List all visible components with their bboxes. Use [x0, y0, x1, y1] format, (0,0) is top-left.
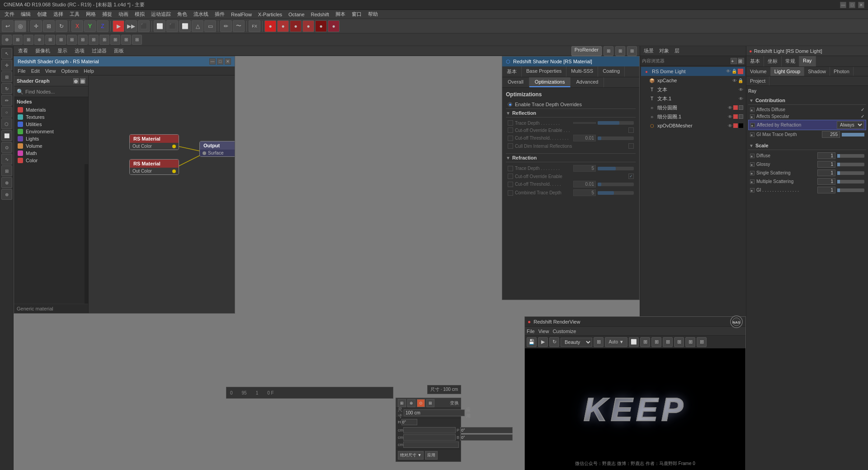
menu-select[interactable]: 选择 — [51, 10, 66, 19]
vt-options[interactable]: 选项 — [73, 47, 86, 54]
menu-mesh[interactable]: 网格 — [83, 10, 99, 19]
scene-item-circle1[interactable]: ○ 细分圆圈.1 👁 — [646, 112, 745, 121]
tb2-world[interactable]: ⊞ — [45, 35, 55, 45]
lt-tab-ray[interactable]: Ray — [799, 56, 816, 66]
ne-close[interactable]: ✕ — [225, 58, 231, 65]
menu-plugin[interactable]: 插件 — [212, 10, 227, 19]
diffuse-slider[interactable] — [837, 154, 864, 158]
scene-item-rs-dome-light[interactable]: ● RS Dome Light 👁 🔒 — [641, 67, 745, 76]
transform-btn2[interactable]: ⊕ — [407, 399, 415, 407]
scene-item-text[interactable]: T 文本 👁 — [646, 85, 745, 94]
tb2-axis[interactable]: ⊕ — [34, 35, 44, 45]
rs-material-node-1[interactable]: RS Material Out Color — [129, 134, 179, 150]
vt-panel[interactable]: 面板 — [112, 47, 126, 54]
rs-tb-extra1[interactable]: ⊞ — [594, 337, 604, 347]
menu-sim[interactable]: 模拟 — [132, 10, 147, 19]
menu-file[interactable]: 文件 — [2, 10, 17, 19]
sidebar-extra1[interactable]: ⊕ — [1, 177, 12, 188]
find-nodes-container[interactable]: 🔍 Find Nodes... — [14, 86, 88, 97]
sidebar-twist[interactable]: ∿ — [1, 154, 12, 164]
minimize-button[interactable]: — — [840, 2, 846, 8]
ctr-value[interactable]: 5 — [573, 189, 596, 196]
tab-optimizations[interactable]: Optimizations — [529, 77, 571, 87]
node-icon1[interactable]: ⊕ — [73, 78, 79, 84]
rs-tb-extra3[interactable]: ⊞ — [651, 337, 661, 347]
rct-check[interactable] — [508, 182, 513, 187]
node-editor-titlebar[interactable]: Redshift Shader Graph - RS Material — □ … — [14, 56, 235, 66]
ctr-slider[interactable] — [598, 191, 634, 195]
menu-animate[interactable]: 动画 — [116, 10, 131, 19]
close-button[interactable]: ✕ — [858, 2, 864, 8]
vt-display[interactable]: 显示 — [56, 47, 69, 54]
lock-icon-2[interactable]: 🔒 — [738, 78, 743, 83]
reflection-header[interactable]: ▼ Reflection — [506, 108, 636, 118]
tb2-snap[interactable]: ⊕ — [2, 35, 12, 45]
visibility-icon-1[interactable]: 👁 — [726, 69, 731, 74]
rot-b[interactable] — [460, 434, 513, 441]
sidebar-brush[interactable]: ⊙ — [1, 142, 12, 153]
nme-view[interactable]: View — [43, 68, 58, 74]
rs-tb-refresh[interactable]: ↻ — [549, 337, 559, 347]
rs-tb-extra6[interactable]: ⊞ — [685, 337, 695, 347]
visibility-icon-4[interactable]: 👁 — [739, 96, 743, 101]
tb2-3d[interactable]: ⊞ — [24, 35, 33, 45]
category-color[interactable]: Color — [14, 157, 88, 164]
node-editor-controls[interactable]: — □ ✕ — [209, 58, 231, 65]
ctr-check[interactable] — [508, 190, 513, 196]
diffuse-scale-value[interactable]: 1 — [817, 152, 835, 159]
toolbar-rotate[interactable]: ↻ — [56, 20, 67, 32]
tab-multi-sss[interactable]: Multi-SSS — [566, 66, 598, 77]
visibility-icon-6[interactable]: 👁 — [728, 114, 732, 119]
tab-overall[interactable]: Overall — [502, 77, 529, 87]
maximize-button[interactable]: □ — [849, 2, 855, 8]
tb2-extra6[interactable]: ⊞ — [132, 35, 142, 45]
node-panel-scrollbar[interactable] — [85, 164, 88, 304]
toolbar-x[interactable]: X — [71, 20, 83, 32]
rco-check[interactable] — [508, 174, 513, 179]
scene-item-xpcache[interactable]: 📦 xpCache 👁 🔒 — [646, 76, 745, 85]
rs-tb-extra5[interactable]: ⊞ — [674, 337, 684, 347]
scene-tb-btn1[interactable]: + — [731, 58, 737, 64]
ct-check[interactable] — [508, 136, 513, 141]
category-lights[interactable]: Lights — [14, 135, 88, 142]
toolbar-render2[interactable]: ▶▶ — [125, 20, 137, 32]
tb2-extra1[interactable]: ⊞ — [78, 35, 88, 45]
rs-tb-play[interactable]: ▶ — [538, 337, 548, 347]
lt-tab-volume[interactable]: Volume — [746, 67, 771, 76]
toolbar-pen[interactable]: ✏ — [220, 20, 232, 32]
rs-tb-extra2[interactable]: ⊞ — [640, 337, 650, 347]
toolbar-scale[interactable]: ⊞ — [43, 20, 55, 32]
lt-tab-photon[interactable]: Photon — [830, 67, 854, 76]
td-slider[interactable] — [598, 121, 634, 125]
rco-value[interactable] — [628, 174, 634, 179]
sidebar-poly[interactable]: ⬡ — [1, 118, 12, 129]
lt-tab-basic[interactable]: 基本 — [746, 56, 764, 66]
menu-pipeline[interactable]: 流水线 — [191, 10, 211, 19]
rp-tab-scene[interactable]: 场景 — [642, 47, 656, 54]
rtd-value[interactable]: 5 — [573, 165, 596, 172]
toolbar-red3[interactable]: ● — [290, 20, 302, 32]
glossy-value[interactable]: 1 — [817, 161, 835, 168]
toolbar-render3[interactable]: ⬛ — [138, 20, 150, 32]
menu-motiontrack[interactable]: 运动追踪 — [148, 10, 174, 19]
scene-item-circle[interactable]: ○ 细分圆圈 👁 — [646, 103, 745, 112]
tb2-extra2[interactable]: ⊞ — [89, 35, 99, 45]
pos-p[interactable] — [460, 427, 513, 433]
toolbar-cube[interactable]: ⬜ — [154, 20, 165, 32]
enable-trace-radio[interactable] — [508, 102, 512, 107]
tb2-obj[interactable]: ⊞ — [56, 35, 66, 45]
toolbar-plane[interactable]: ▭ — [204, 20, 216, 32]
visibility-icon-5[interactable]: 👁 — [728, 105, 732, 110]
rot-h[interactable] — [403, 434, 456, 441]
transform-btn4[interactable]: ⊞ — [426, 399, 434, 407]
toolbar-cone[interactable]: △ — [192, 20, 203, 32]
scale-h[interactable] — [403, 442, 459, 448]
rs-tb-extra7[interactable]: ⊞ — [697, 337, 707, 347]
menu-redshift[interactable]: Redshift — [308, 11, 332, 18]
scale-header[interactable]: ▼ Scale — [748, 141, 866, 150]
gi-value[interactable]: 1 — [817, 187, 835, 193]
ne-minimize[interactable]: — — [209, 58, 216, 65]
rs-menu-view[interactable]: View — [538, 329, 549, 334]
h-input[interactable] — [401, 419, 417, 425]
node-canvas[interactable]: RS Material Out Color Output Surfac — [89, 75, 235, 313]
